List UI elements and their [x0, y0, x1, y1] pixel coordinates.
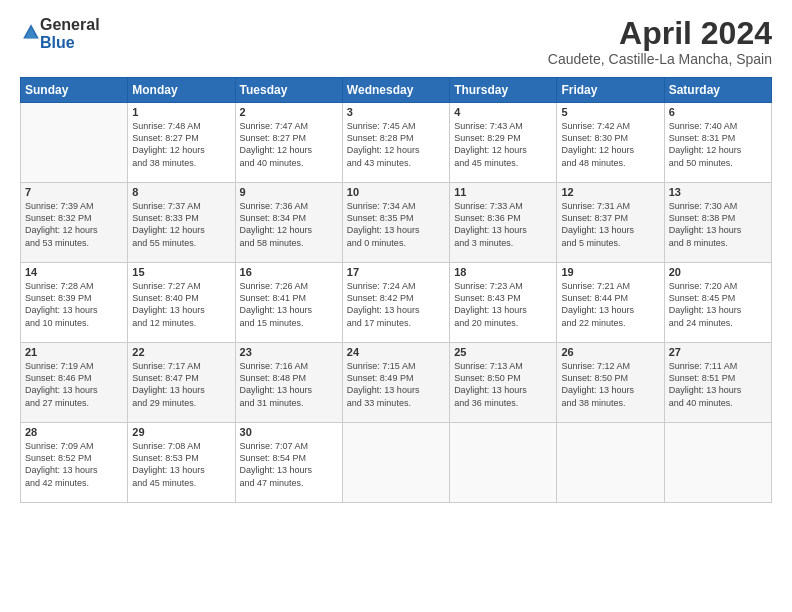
logo-blue-text: Blue [40, 34, 100, 52]
day-info: Sunrise: 7:07 AM Sunset: 8:54 PM Dayligh… [240, 440, 338, 489]
cell-week2-day2: 9Sunrise: 7:36 AM Sunset: 8:34 PM Daylig… [235, 183, 342, 263]
cell-week5-day5 [557, 423, 664, 503]
day-number: 16 [240, 266, 338, 278]
day-info: Sunrise: 7:11 AM Sunset: 8:51 PM Dayligh… [669, 360, 767, 409]
day-number: 24 [347, 346, 445, 358]
day-number: 25 [454, 346, 552, 358]
day-info: Sunrise: 7:34 AM Sunset: 8:35 PM Dayligh… [347, 200, 445, 249]
cell-week2-day0: 7Sunrise: 7:39 AM Sunset: 8:32 PM Daylig… [21, 183, 128, 263]
logo-text: General Blue [40, 16, 100, 51]
location-subtitle: Caudete, Castille-La Mancha, Spain [548, 51, 772, 67]
day-number: 6 [669, 106, 767, 118]
cell-week3-day1: 15Sunrise: 7:27 AM Sunset: 8:40 PM Dayli… [128, 263, 235, 343]
cell-week2-day4: 11Sunrise: 7:33 AM Sunset: 8:36 PM Dayli… [450, 183, 557, 263]
day-number: 11 [454, 186, 552, 198]
cell-week1-day5: 5Sunrise: 7:42 AM Sunset: 8:30 PM Daylig… [557, 103, 664, 183]
week-row-1: 1Sunrise: 7:48 AM Sunset: 8:27 PM Daylig… [21, 103, 772, 183]
day-info: Sunrise: 7:36 AM Sunset: 8:34 PM Dayligh… [240, 200, 338, 249]
day-info: Sunrise: 7:24 AM Sunset: 8:42 PM Dayligh… [347, 280, 445, 329]
cell-week2-day1: 8Sunrise: 7:37 AM Sunset: 8:33 PM Daylig… [128, 183, 235, 263]
day-info: Sunrise: 7:30 AM Sunset: 8:38 PM Dayligh… [669, 200, 767, 249]
day-number: 18 [454, 266, 552, 278]
cell-week2-day6: 13Sunrise: 7:30 AM Sunset: 8:38 PM Dayli… [664, 183, 771, 263]
col-wednesday: Wednesday [342, 78, 449, 103]
cell-week5-day2: 30Sunrise: 7:07 AM Sunset: 8:54 PM Dayli… [235, 423, 342, 503]
cell-week3-day6: 20Sunrise: 7:20 AM Sunset: 8:45 PM Dayli… [664, 263, 771, 343]
cell-week2-day3: 10Sunrise: 7:34 AM Sunset: 8:35 PM Dayli… [342, 183, 449, 263]
week-row-5: 28Sunrise: 7:09 AM Sunset: 8:52 PM Dayli… [21, 423, 772, 503]
day-info: Sunrise: 7:33 AM Sunset: 8:36 PM Dayligh… [454, 200, 552, 249]
day-number: 28 [25, 426, 123, 438]
page: General Blue April 2024 Caudete, Castill… [0, 0, 792, 612]
day-number: 2 [240, 106, 338, 118]
day-info: Sunrise: 7:16 AM Sunset: 8:48 PM Dayligh… [240, 360, 338, 409]
day-number: 22 [132, 346, 230, 358]
day-number: 14 [25, 266, 123, 278]
cell-week4-day3: 24Sunrise: 7:15 AM Sunset: 8:49 PM Dayli… [342, 343, 449, 423]
logo: General Blue [20, 16, 100, 51]
day-number: 19 [561, 266, 659, 278]
cell-week4-day0: 21Sunrise: 7:19 AM Sunset: 8:46 PM Dayli… [21, 343, 128, 423]
day-info: Sunrise: 7:43 AM Sunset: 8:29 PM Dayligh… [454, 120, 552, 169]
day-info: Sunrise: 7:13 AM Sunset: 8:50 PM Dayligh… [454, 360, 552, 409]
day-number: 15 [132, 266, 230, 278]
cell-week1-day0 [21, 103, 128, 183]
cell-week5-day1: 29Sunrise: 7:08 AM Sunset: 8:53 PM Dayli… [128, 423, 235, 503]
cell-week4-day4: 25Sunrise: 7:13 AM Sunset: 8:50 PM Dayli… [450, 343, 557, 423]
day-number: 10 [347, 186, 445, 198]
day-number: 1 [132, 106, 230, 118]
col-sunday: Sunday [21, 78, 128, 103]
day-number: 13 [669, 186, 767, 198]
day-info: Sunrise: 7:27 AM Sunset: 8:40 PM Dayligh… [132, 280, 230, 329]
cell-week3-day4: 18Sunrise: 7:23 AM Sunset: 8:43 PM Dayli… [450, 263, 557, 343]
col-friday: Friday [557, 78, 664, 103]
month-title: April 2024 [548, 16, 772, 51]
day-info: Sunrise: 7:48 AM Sunset: 8:27 PM Dayligh… [132, 120, 230, 169]
cell-week1-day3: 3Sunrise: 7:45 AM Sunset: 8:28 PM Daylig… [342, 103, 449, 183]
day-info: Sunrise: 7:40 AM Sunset: 8:31 PM Dayligh… [669, 120, 767, 169]
day-info: Sunrise: 7:28 AM Sunset: 8:39 PM Dayligh… [25, 280, 123, 329]
day-number: 5 [561, 106, 659, 118]
day-info: Sunrise: 7:15 AM Sunset: 8:49 PM Dayligh… [347, 360, 445, 409]
day-number: 29 [132, 426, 230, 438]
calendar-header: Sunday Monday Tuesday Wednesday Thursday… [21, 78, 772, 103]
cell-week3-day5: 19Sunrise: 7:21 AM Sunset: 8:44 PM Dayli… [557, 263, 664, 343]
day-info: Sunrise: 7:08 AM Sunset: 8:53 PM Dayligh… [132, 440, 230, 489]
day-number: 21 [25, 346, 123, 358]
day-info: Sunrise: 7:21 AM Sunset: 8:44 PM Dayligh… [561, 280, 659, 329]
day-info: Sunrise: 7:31 AM Sunset: 8:37 PM Dayligh… [561, 200, 659, 249]
cell-week5-day3 [342, 423, 449, 503]
day-number: 26 [561, 346, 659, 358]
col-monday: Monday [128, 78, 235, 103]
cell-week2-day5: 12Sunrise: 7:31 AM Sunset: 8:37 PM Dayli… [557, 183, 664, 263]
logo-general: General [40, 16, 100, 34]
day-number: 17 [347, 266, 445, 278]
col-thursday: Thursday [450, 78, 557, 103]
cell-week3-day3: 17Sunrise: 7:24 AM Sunset: 8:42 PM Dayli… [342, 263, 449, 343]
day-info: Sunrise: 7:45 AM Sunset: 8:28 PM Dayligh… [347, 120, 445, 169]
logo-icon [22, 23, 40, 41]
day-number: 3 [347, 106, 445, 118]
header: General Blue April 2024 Caudete, Castill… [20, 16, 772, 67]
day-number: 23 [240, 346, 338, 358]
day-info: Sunrise: 7:47 AM Sunset: 8:27 PM Dayligh… [240, 120, 338, 169]
cell-week4-day6: 27Sunrise: 7:11 AM Sunset: 8:51 PM Dayli… [664, 343, 771, 423]
day-info: Sunrise: 7:26 AM Sunset: 8:41 PM Dayligh… [240, 280, 338, 329]
day-info: Sunrise: 7:23 AM Sunset: 8:43 PM Dayligh… [454, 280, 552, 329]
week-row-4: 21Sunrise: 7:19 AM Sunset: 8:46 PM Dayli… [21, 343, 772, 423]
day-info: Sunrise: 7:09 AM Sunset: 8:52 PM Dayligh… [25, 440, 123, 489]
cell-week1-day2: 2Sunrise: 7:47 AM Sunset: 8:27 PM Daylig… [235, 103, 342, 183]
cell-week3-day0: 14Sunrise: 7:28 AM Sunset: 8:39 PM Dayli… [21, 263, 128, 343]
day-info: Sunrise: 7:37 AM Sunset: 8:33 PM Dayligh… [132, 200, 230, 249]
day-info: Sunrise: 7:12 AM Sunset: 8:50 PM Dayligh… [561, 360, 659, 409]
cell-week5-day4 [450, 423, 557, 503]
day-number: 7 [25, 186, 123, 198]
calendar-table: Sunday Monday Tuesday Wednesday Thursday… [20, 77, 772, 503]
day-info: Sunrise: 7:42 AM Sunset: 8:30 PM Dayligh… [561, 120, 659, 169]
day-info: Sunrise: 7:39 AM Sunset: 8:32 PM Dayligh… [25, 200, 123, 249]
cell-week4-day1: 22Sunrise: 7:17 AM Sunset: 8:47 PM Dayli… [128, 343, 235, 423]
title-block: April 2024 Caudete, Castille-La Mancha, … [548, 16, 772, 67]
col-saturday: Saturday [664, 78, 771, 103]
day-number: 9 [240, 186, 338, 198]
cell-week1-day6: 6Sunrise: 7:40 AM Sunset: 8:31 PM Daylig… [664, 103, 771, 183]
